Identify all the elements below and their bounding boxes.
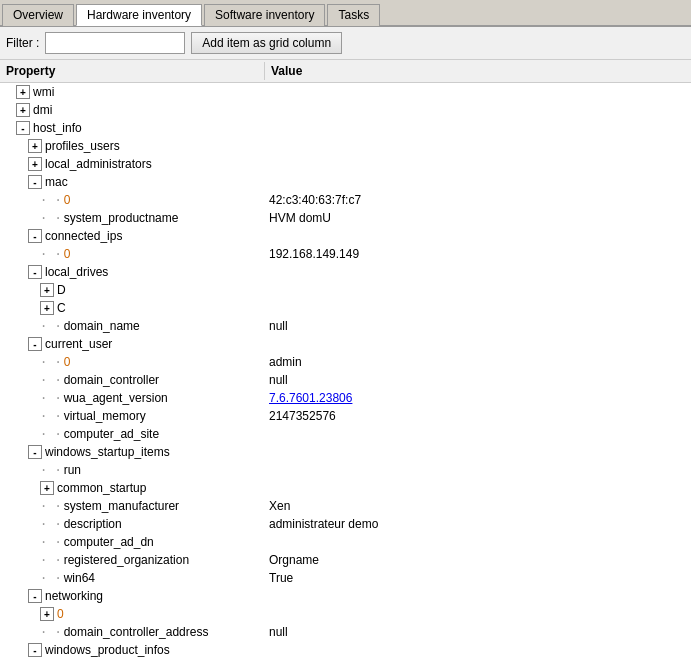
expand-icon[interactable]: + xyxy=(28,157,42,171)
collapse-icon[interactable]: - xyxy=(28,265,42,279)
table-header: Property Value xyxy=(0,60,691,83)
property-cell: -host_info xyxy=(0,119,265,137)
collapse-icon[interactable]: - xyxy=(28,643,42,657)
value-cell xyxy=(265,479,691,497)
add-column-button[interactable]: Add item as grid column xyxy=(191,32,342,54)
table-row: · · wua_agent_version7.6.7601.23806 xyxy=(0,389,691,407)
expand-icon[interactable]: + xyxy=(40,607,54,621)
value-cell: True xyxy=(265,569,691,587)
value-cell: administrateur demo xyxy=(265,515,691,533)
property-name: D xyxy=(57,283,66,297)
value-cell: 7.6.7601.23806 xyxy=(265,389,691,407)
table-row: -local_drives xyxy=(0,263,691,281)
value-cell: Orgname xyxy=(265,551,691,569)
expand-icon[interactable]: + xyxy=(40,481,54,495)
value-cell xyxy=(265,119,691,137)
table-row: +wmi xyxy=(0,83,691,101)
tree-container[interactable]: +wmi+dmi-host_info+profiles_users+local_… xyxy=(0,83,691,658)
tab-overview[interactable]: Overview xyxy=(2,4,74,26)
tab-hardware-inventory[interactable]: Hardware inventory xyxy=(76,4,202,26)
property-cell: · · system_productname xyxy=(0,209,265,227)
tree-line: · · xyxy=(40,427,62,441)
property-name: win64 xyxy=(64,571,95,585)
expand-icon[interactable]: + xyxy=(28,139,42,153)
table-row: · · computer_ad_dn xyxy=(0,533,691,551)
value-cell xyxy=(265,605,691,623)
value-cell xyxy=(265,173,691,191)
table-row: -current_user xyxy=(0,335,691,353)
property-name: virtual_memory xyxy=(64,409,146,423)
value-cell xyxy=(265,533,691,551)
property-name: 0 xyxy=(57,607,64,621)
property-name: windows_product_infos xyxy=(45,643,170,657)
col-property: Property xyxy=(0,62,265,80)
property-cell: · · computer_ad_dn xyxy=(0,533,265,551)
tab-bar: Overview Hardware inventory Software inv… xyxy=(0,0,691,27)
property-name: local_drives xyxy=(45,265,108,279)
tab-tasks[interactable]: Tasks xyxy=(327,4,380,26)
value-cell xyxy=(265,83,691,101)
value-cell xyxy=(265,263,691,281)
collapse-icon[interactable]: - xyxy=(28,229,42,243)
property-name: computer_ad_dn xyxy=(64,535,154,549)
collapse-icon[interactable]: - xyxy=(28,175,42,189)
property-value: 2147352576 xyxy=(269,409,336,423)
property-cell: · · win64 xyxy=(0,569,265,587)
property-value: 192.168.149.149 xyxy=(269,247,359,261)
property-cell: +D xyxy=(0,281,265,299)
property-cell: -networking xyxy=(0,587,265,605)
inventory-content: Property Value +wmi+dmi-host_info+profil… xyxy=(0,60,691,658)
property-cell: · · virtual_memory xyxy=(0,407,265,425)
table-row: · · registered_organizationOrgname xyxy=(0,551,691,569)
property-cell: -connected_ips xyxy=(0,227,265,245)
tree-line: · · xyxy=(40,553,62,567)
collapse-icon[interactable]: - xyxy=(28,589,42,603)
collapse-icon[interactable]: - xyxy=(16,121,30,135)
property-name: host_info xyxy=(33,121,82,135)
property-cell: · · computer_ad_site xyxy=(0,425,265,443)
property-name: description xyxy=(64,517,122,531)
property-value: null xyxy=(269,319,288,333)
expand-icon[interactable]: + xyxy=(40,301,54,315)
tree-line: · · xyxy=(40,535,62,549)
value-cell: null xyxy=(265,371,691,389)
property-value: administrateur demo xyxy=(269,517,378,531)
filter-input[interactable] xyxy=(45,32,185,54)
property-cell: · · run xyxy=(0,461,265,479)
table-row: +0 xyxy=(0,605,691,623)
property-name: networking xyxy=(45,589,103,603)
collapse-icon[interactable]: - xyxy=(28,445,42,459)
property-name: common_startup xyxy=(57,481,146,495)
table-row: +dmi xyxy=(0,101,691,119)
property-name: registered_organization xyxy=(64,553,189,567)
property-cell: +common_startup xyxy=(0,479,265,497)
tree-line: · · xyxy=(40,319,62,333)
property-name: wua_agent_version xyxy=(64,391,168,405)
value-cell: 192.168.149.149 xyxy=(265,245,691,263)
expand-icon[interactable]: + xyxy=(16,85,30,99)
property-name: 0 xyxy=(64,355,71,369)
property-cell: -local_drives xyxy=(0,263,265,281)
property-cell: · · registered_organization xyxy=(0,551,265,569)
property-cell: · · domain_controller xyxy=(0,371,265,389)
tree-line: · · xyxy=(40,355,62,369)
collapse-icon[interactable]: - xyxy=(28,337,42,351)
tree-line: · · xyxy=(40,463,62,477)
expand-icon[interactable]: + xyxy=(40,283,54,297)
value-cell xyxy=(265,425,691,443)
value-cell: admin xyxy=(265,353,691,371)
property-cell: +0 xyxy=(0,605,265,623)
property-name: C xyxy=(57,301,66,315)
property-cell: · · domain_controller_address xyxy=(0,623,265,641)
property-cell: -mac xyxy=(0,173,265,191)
tab-software-inventory[interactable]: Software inventory xyxy=(204,4,325,26)
property-name: domain_name xyxy=(64,319,140,333)
tree-line: · · xyxy=(40,625,62,639)
expand-icon[interactable]: + xyxy=(16,103,30,117)
tree-line: · · xyxy=(40,517,62,531)
tree-line: · · xyxy=(40,193,62,207)
value-cell xyxy=(265,137,691,155)
property-name: windows_startup_items xyxy=(45,445,170,459)
value-cell xyxy=(265,443,691,461)
property-value: Orgname xyxy=(269,553,319,567)
